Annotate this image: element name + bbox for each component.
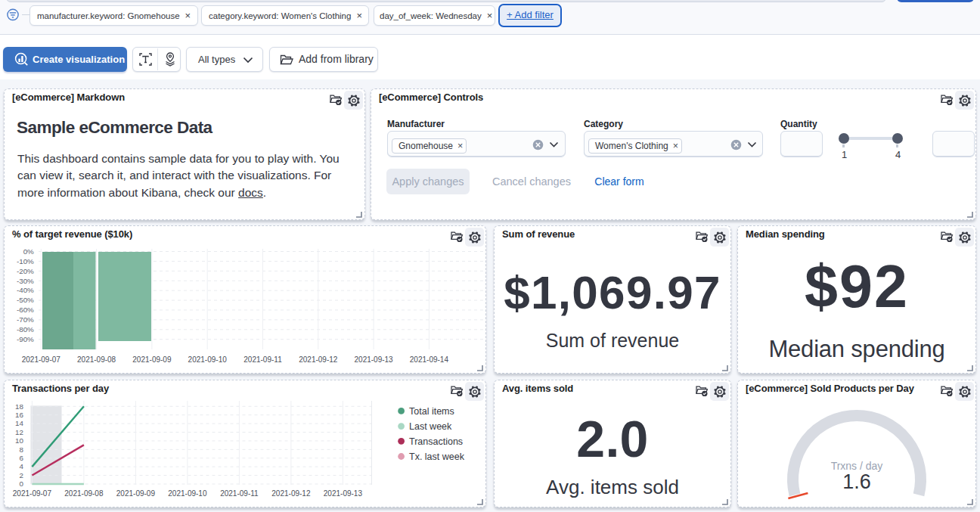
svg-text:8: 8 bbox=[20, 445, 24, 454]
svg-text:-70%: -70% bbox=[17, 315, 34, 324]
svg-text:10: 10 bbox=[15, 436, 23, 445]
svg-text:-80%: -80% bbox=[17, 325, 34, 334]
svg-text:2021-09-14: 2021-09-14 bbox=[410, 355, 449, 364]
svg-text:-30%: -30% bbox=[17, 277, 34, 285]
svg-text:Tx. last week: Tx. last week bbox=[409, 451, 465, 462]
svg-text:2021-09-09: 2021-09-09 bbox=[116, 489, 156, 498]
svg-text:2021-09-07: 2021-09-07 bbox=[22, 355, 61, 364]
svg-text:2021-09-13: 2021-09-13 bbox=[355, 355, 394, 364]
svg-text:2021-09-13: 2021-09-13 bbox=[324, 489, 363, 498]
svg-text:2021-09-10: 2021-09-10 bbox=[188, 355, 228, 364]
svg-text:0: 0 bbox=[20, 479, 24, 488]
svg-text:-90%: -90% bbox=[17, 335, 34, 343]
svg-text:2021-09-07: 2021-09-07 bbox=[13, 489, 52, 498]
svg-text:14: 14 bbox=[15, 419, 23, 427]
svg-text:18: 18 bbox=[15, 402, 23, 411]
svg-text:2021-09-09: 2021-09-09 bbox=[132, 355, 172, 364]
svg-text:Last week: Last week bbox=[409, 421, 452, 432]
svg-text:2: 2 bbox=[20, 471, 23, 479]
svg-text:2021-09-11: 2021-09-11 bbox=[220, 489, 259, 498]
svg-text:2021-09-10: 2021-09-10 bbox=[168, 489, 207, 498]
svg-text:12: 12 bbox=[15, 428, 23, 436]
svg-text:-10%: -10% bbox=[17, 257, 34, 265]
svg-text:Total items: Total items bbox=[409, 406, 454, 417]
svg-text:6: 6 bbox=[20, 454, 24, 462]
svg-text:2021-09-12: 2021-09-12 bbox=[271, 489, 311, 498]
svg-text:-40%: -40% bbox=[17, 286, 34, 294]
svg-text:2021-09-11: 2021-09-11 bbox=[243, 355, 282, 364]
svg-text:-50%: -50% bbox=[17, 296, 34, 304]
svg-text:4: 4 bbox=[20, 462, 24, 470]
svg-text:Transactions: Transactions bbox=[409, 436, 463, 447]
svg-text:-60%: -60% bbox=[17, 306, 34, 314]
svg-text:2021-09-08: 2021-09-08 bbox=[64, 489, 104, 498]
svg-text:2021-09-08: 2021-09-08 bbox=[77, 355, 116, 364]
svg-text:2021-09-12: 2021-09-12 bbox=[299, 355, 338, 364]
svg-text:0%: 0% bbox=[23, 247, 34, 256]
svg-text:-20%: -20% bbox=[17, 267, 34, 275]
svg-text:16: 16 bbox=[15, 411, 23, 419]
